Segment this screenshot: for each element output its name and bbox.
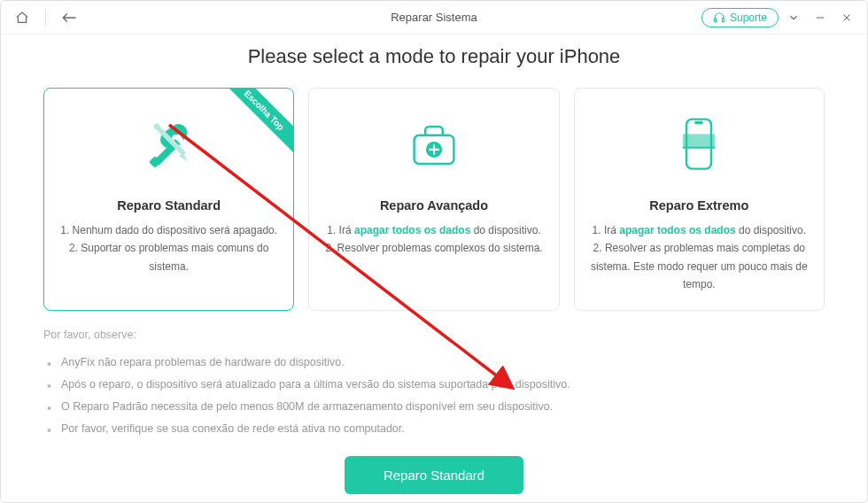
svg-point-1 [153, 124, 159, 130]
card-advanced-desc: 1. Irá apagar todos os dados do disposit… [323, 221, 544, 258]
card-advanced-line2: 2. Resolver problemas complexos do siste… [323, 239, 544, 257]
note-item: Após o reparo, o dispositivo será atuali… [47, 374, 825, 396]
card-advanced-line1: 1. Irá apagar todos os dados do disposit… [323, 221, 544, 239]
card-extreme-line2: 2. Resolver as problemas mais completas … [589, 239, 810, 293]
phone-scan-icon [589, 110, 810, 181]
medkit-icon [323, 110, 544, 181]
headset-icon [713, 12, 725, 24]
repair-standard-button[interactable]: Reparo Standard [345, 456, 523, 494]
main-content: Please select a mode to repair your iPho… [1, 35, 867, 503]
note-item: O Reparo Padrão necessita de pelo menos … [47, 396, 825, 418]
close-icon [841, 12, 852, 23]
home-button[interactable] [10, 5, 35, 30]
titlebar-left [10, 5, 81, 30]
window-title: Reparar Sistema [391, 11, 477, 24]
card-standard-line1: 1. Nenhum dado do dispositivo será apaga… [58, 221, 279, 239]
highlight-erase: apagar todos os dados [354, 224, 470, 236]
dropdown-button[interactable] [782, 6, 805, 29]
card-extreme-desc: 1. Irá apagar todos os dados do disposit… [589, 221, 810, 294]
card-extreme-line1: 1. Irá apagar todos os dados do disposit… [589, 221, 810, 239]
tools-icon [58, 110, 279, 181]
card-extreme-title: Reparo Extremo [589, 198, 810, 213]
notes-list: AnyFix não repara problemas de hardware … [43, 352, 825, 440]
divider [45, 10, 46, 26]
card-standard-desc: 1. Nenhum dado do dispositivo será apaga… [58, 221, 279, 275]
page-heading: Please select a mode to repair your iPho… [43, 45, 825, 68]
support-button[interactable]: Suporte [701, 8, 779, 27]
titlebar-right: Suporte [701, 6, 858, 29]
close-button[interactable] [835, 6, 858, 29]
minimize-icon [815, 12, 825, 23]
card-standard-title: Reparo Standard [58, 198, 279, 213]
note-item: AnyFix não repara problemas de hardware … [47, 352, 825, 374]
titlebar: Reparar Sistema Suporte [1, 1, 867, 35]
card-extreme[interactable]: Reparo Extremo 1. Irá apagar todos os da… [574, 88, 825, 311]
mode-cards: Escolha Top Reparo Standard 1. Nenhum da… [43, 88, 825, 311]
svg-rect-6 [683, 134, 715, 147]
card-standard-line2: 2. Suportar os problemas mais comuns do … [58, 239, 279, 275]
card-advanced-title: Reparo Avançado [323, 198, 544, 213]
support-label: Suporte [730, 12, 767, 24]
back-button[interactable] [57, 5, 81, 30]
arrow-left-icon [61, 12, 77, 24]
highlight-erase: apagar todos os dados [619, 224, 735, 236]
notes-heading: Por favor, observe: [43, 329, 825, 341]
home-icon [15, 11, 29, 25]
chevron-down-icon [787, 12, 800, 24]
card-advanced[interactable]: Reparo Avançado 1. Irá apagar todos os d… [308, 88, 559, 311]
minimize-button[interactable] [809, 6, 832, 29]
card-standard[interactable]: Escolha Top Reparo Standard 1. Nenhum da… [43, 88, 294, 311]
note-item: Por favor, verifique se sua conexão de r… [47, 418, 825, 440]
svg-rect-5 [694, 121, 703, 125]
